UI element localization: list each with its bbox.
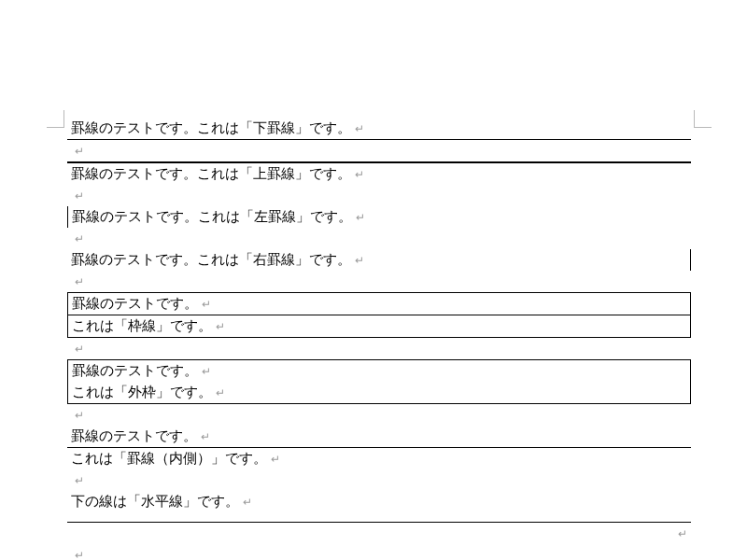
- return-icon: ↵: [351, 122, 364, 135]
- paragraph-right-border: 罫線のテストです。これは「右罫線」です。↵: [67, 249, 691, 271]
- crop-mark-icon: [694, 110, 712, 128]
- return-icon: ↵: [674, 527, 687, 540]
- return-icon: ↵: [198, 298, 211, 311]
- paragraph-empty: ↵: [67, 469, 691, 491]
- crop-mark-icon: [47, 110, 64, 128]
- return-icon: ↵: [71, 343, 84, 356]
- paragraph-inside-border: 罫線のテストです。↵ これは「罫線（内側）」です。↵: [67, 426, 691, 469]
- paragraph-empty: ↵: [67, 228, 691, 249]
- paragraph-row: 罫線のテストです。↵: [68, 293, 690, 315]
- return-icon: ↵: [352, 211, 365, 224]
- text-line: 罫線のテストです。: [71, 428, 197, 443]
- return-icon: ↵: [71, 145, 84, 158]
- paragraph-row: 罫線のテストです。↵: [68, 360, 690, 382]
- return-icon: ↵: [71, 549, 84, 560]
- paragraph-empty: ↵: [67, 523, 691, 544]
- paragraph-outer-border: 罫線のテストです。↵ これは「外枠」です。↵: [67, 359, 691, 404]
- return-icon: ↵: [351, 254, 364, 267]
- text-line: 罫線のテストです。これは「上罫線」です。: [71, 166, 351, 181]
- text-line: 罫線のテストです。これは「下罫線」です。: [71, 120, 351, 135]
- return-icon: ↵: [267, 453, 280, 466]
- paragraph-empty: ↵: [67, 404, 691, 426]
- paragraph-hr-label: 下の線は「水平線」です。↵: [67, 491, 691, 512]
- return-icon: ↵: [198, 365, 211, 378]
- text-line: 罫線のテストです。: [72, 296, 198, 311]
- return-icon: ↵: [71, 474, 84, 487]
- paragraph-bottom-border-empty: ↵: [67, 140, 691, 162]
- paragraph-row: これは「外枠」です。↵: [68, 382, 690, 403]
- text-line: 罫線のテストです。これは「左罫線」です。: [72, 209, 352, 224]
- return-icon: ↵: [71, 409, 84, 422]
- return-icon: ↵: [71, 275, 84, 288]
- text-line: 罫線のテストです。: [72, 363, 198, 378]
- paragraph-bottom-border: 罫線のテストです。これは「下罫線」です。↵: [67, 118, 691, 140]
- return-icon: ↵: [212, 386, 225, 399]
- return-icon: ↵: [71, 232, 84, 245]
- return-icon: ↵: [239, 496, 252, 509]
- text-line: 下の線は「水平線」です。: [71, 494, 239, 509]
- text-line: これは「罫線（内側）」です。: [71, 451, 267, 466]
- return-icon: ↵: [351, 168, 364, 181]
- paragraph-row: 罫線のテストです。↵: [67, 426, 691, 448]
- paragraph-empty: ↵: [67, 271, 691, 292]
- return-icon: ↵: [197, 430, 210, 443]
- return-icon: ↵: [212, 320, 225, 333]
- text-line: 罫線のテストです。これは「右罫線」です。: [71, 252, 351, 267]
- text-line: これは「外枠」です。: [72, 385, 212, 399]
- document-page: 罫線のテストです。これは「下罫線」です。↵ ↵ 罫線のテストです。これは「上罫線…: [0, 0, 747, 560]
- return-icon: ↵: [71, 189, 84, 203]
- paragraph-empty: ↵: [67, 185, 691, 206]
- paragraph-row: これは「罫線（内側）」です。↵: [67, 448, 691, 469]
- paragraph-empty: ↵: [67, 544, 691, 560]
- paragraph-row: これは「枠線」です。↵: [68, 315, 690, 337]
- text-line: これは「枠線」です。: [72, 318, 212, 333]
- paragraph-empty: ↵: [67, 338, 691, 359]
- paragraph-box-border: 罫線のテストです。↵ これは「枠線」です。↵: [67, 292, 691, 338]
- paragraph-left-border: 罫線のテストです。これは「左罫線」です。↵: [67, 206, 691, 228]
- paragraph-top-border: 罫線のテストです。これは「上罫線」です。↵: [67, 162, 691, 185]
- spacer: [67, 512, 691, 518]
